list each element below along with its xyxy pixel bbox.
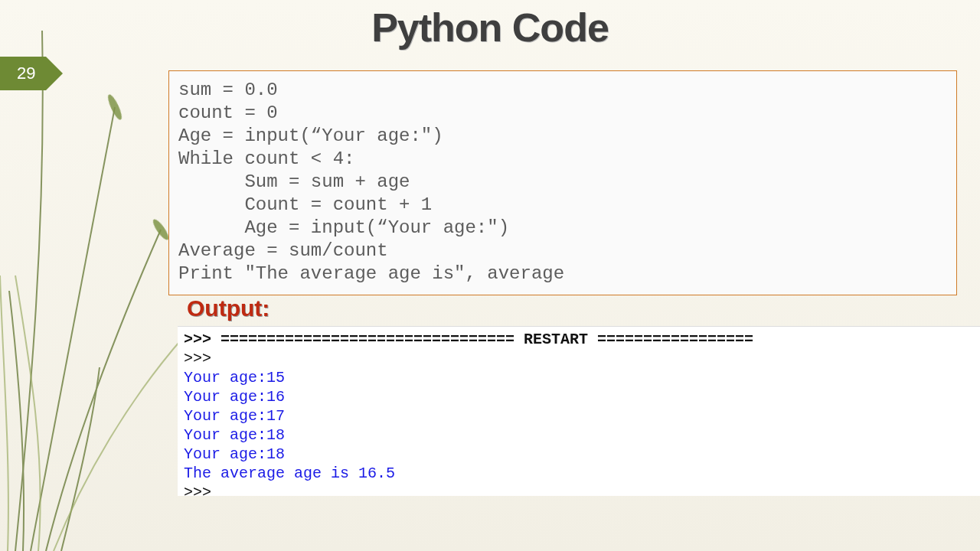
console-line: Your age:18	[184, 425, 974, 445]
code-box: sum = 0.0 count = 0 Age = input(“Your ag…	[168, 70, 957, 295]
code-line: While count < 4:	[178, 148, 354, 169]
output-label: Output:	[187, 295, 270, 321]
user-input: 18	[266, 445, 285, 463]
code-line: sum = 0.0	[178, 80, 278, 100]
console-line: Your age:15	[184, 368, 974, 387]
slide-number-badge: 29	[0, 57, 63, 90]
prompt-final: >>>	[184, 483, 974, 496]
user-input: 16	[266, 388, 285, 406]
prompt-text: Your age:	[184, 369, 266, 386]
user-input: 18	[266, 426, 285, 444]
slide: Python Code 29 sum = 0.0 count = 0 Age =…	[0, 0, 980, 551]
code-line: Average = sum/count	[178, 240, 388, 261]
console-line: Your age:16	[184, 387, 974, 406]
slide-number: 29	[0, 57, 46, 90]
prompt-text: Your age:	[184, 445, 266, 463]
console-line: Your age:18	[184, 445, 974, 464]
slide-title: Python Code	[0, 5, 980, 51]
prompt-text: Your age:	[184, 426, 266, 444]
prompt-empty: >>>	[184, 349, 974, 368]
svg-point-0	[106, 93, 124, 122]
code-listing: sum = 0.0 count = 0 Age = input(“Your ag…	[178, 79, 947, 285]
code-line: Print "The average age is", average	[178, 263, 564, 284]
user-input: 15	[266, 369, 285, 386]
prompt-text: Your age:	[184, 407, 266, 425]
prompt-text: Your age:	[184, 388, 266, 406]
console-line: Your age:17	[184, 406, 974, 425]
code-line: Age = input(“Your age:")	[178, 126, 443, 146]
result-line: The average age is 16.5	[184, 464, 974, 483]
code-line: Sum = sum + age	[178, 171, 410, 192]
code-line: Count = count + 1	[178, 194, 432, 215]
restart-line: >>> ================================ RES…	[184, 330, 974, 349]
code-line: count = 0	[178, 103, 278, 123]
user-input: 17	[266, 407, 285, 425]
console-output: >>> ================================ RES…	[178, 326, 980, 496]
arrow-tip-icon	[46, 57, 63, 90]
code-line: Age = input(“Your age:")	[178, 217, 509, 238]
